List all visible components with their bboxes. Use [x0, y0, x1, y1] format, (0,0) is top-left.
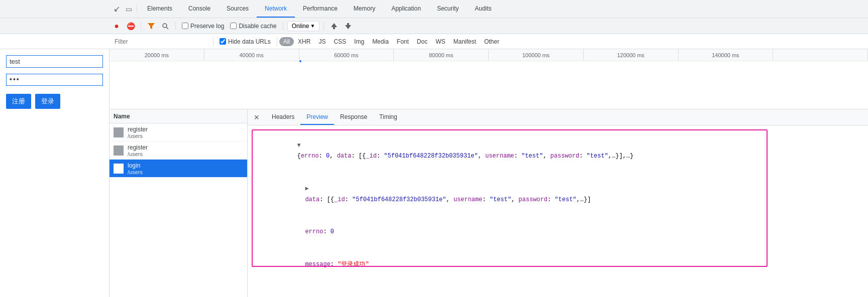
request-info-3: login /users: [128, 162, 143, 175]
download-button[interactable]: [342, 20, 354, 32]
tick-8: [773, 49, 868, 61]
filter-input[interactable]: [111, 36, 211, 47]
details-tab-bar: ✕ Headers Preview Response Timing: [248, 109, 868, 125]
network-panel: 20000 ms 40000 ms 60000 ms 80000 ms 1000…: [110, 49, 868, 297]
disable-cache-label[interactable]: Disable cache: [228, 23, 278, 30]
expand-icon-1[interactable]: ▼: [297, 142, 300, 149]
tab-preview[interactable]: Preview: [300, 109, 334, 125]
svg-marker-3: [331, 23, 337, 29]
svg-line-2: [166, 27, 168, 29]
tick-4: 80000 ms: [394, 49, 489, 61]
tab-timing[interactable]: Timing: [373, 109, 403, 125]
tab-response[interactable]: Response: [334, 109, 373, 125]
tab-security[interactable]: Security: [429, 0, 467, 18]
hide-data-urls-checkbox[interactable]: [220, 38, 226, 45]
toolbar-separator-3: [283, 22, 283, 30]
filter-bar: Hide data URLs All XHR JS CSS Img Media …: [0, 34, 868, 49]
close-panel-button[interactable]: ✕: [252, 112, 262, 122]
svg-point-1: [163, 24, 167, 28]
hide-data-urls-label[interactable]: Hide data URLs: [215, 38, 275, 45]
table-row[interactable]: register /users: [110, 123, 247, 141]
filter-doc[interactable]: Doc: [413, 37, 431, 46]
disable-cache-checkbox[interactable]: [230, 23, 237, 29]
preserve-log-checkbox[interactable]: [182, 23, 188, 29]
timeline-event-dot: [299, 60, 301, 62]
request-info-2: register /users: [128, 144, 148, 157]
tab-application[interactable]: Application: [383, 0, 429, 18]
tab-network[interactable]: Network: [257, 0, 295, 18]
request-name-2: register: [128, 144, 148, 151]
record-button[interactable]: ●: [111, 20, 123, 32]
search-button[interactable]: [159, 20, 171, 32]
json-line-3: errno: 0: [254, 216, 862, 249]
tab-memory[interactable]: Memory: [346, 0, 383, 18]
requests-header: Name: [110, 109, 247, 123]
devtools-tab-bar: ↙ ▭ Elements Console Sources Network Per…: [0, 0, 868, 18]
tick-2: 40000 ms: [204, 49, 299, 61]
tab-sources[interactable]: Sources: [219, 0, 257, 18]
network-throttle-dropdown[interactable]: Online ▼: [287, 21, 320, 31]
json-line-4: message: "登录成功": [254, 249, 862, 281]
tab-audits[interactable]: Audits: [467, 0, 499, 18]
request-icon-2: [114, 145, 124, 156]
filter-ws[interactable]: WS: [431, 37, 449, 46]
toolbar-separator-4: [323, 22, 324, 30]
chevron-down-icon: ▼: [310, 23, 315, 29]
expand-icon-2[interactable]: ▶: [305, 185, 308, 192]
filter-font[interactable]: Font: [393, 37, 413, 46]
request-info-1: register /users: [128, 126, 148, 139]
filter-all[interactable]: All: [279, 37, 294, 46]
tick-7: 140000 ms: [679, 49, 774, 61]
request-name-3: login: [128, 162, 143, 169]
tab-console[interactable]: Console: [180, 0, 219, 18]
username-input[interactable]: [6, 55, 103, 68]
request-icon-3: [114, 164, 124, 174]
preserve-log-label[interactable]: Preserve log: [180, 23, 226, 30]
stop-button[interactable]: ⛔: [125, 20, 137, 32]
tick-1: 20000 ms: [110, 49, 204, 61]
main-content: 注册 登录 20000 ms 40000 ms 60000 ms 80000 m…: [0, 49, 868, 297]
register-button[interactable]: 注册: [6, 94, 31, 109]
filter-separator-2: [277, 37, 277, 46]
device-icon[interactable]: ▭: [123, 3, 135, 15]
tick-5: 100000 ms: [489, 49, 584, 61]
request-path-3: /users: [128, 169, 143, 175]
toolbar-separator-2: [175, 22, 176, 30]
request-path-1: /users: [128, 133, 148, 139]
filter-manifest[interactable]: Manifest: [450, 37, 480, 46]
cursor-icon[interactable]: ↙: [111, 3, 123, 15]
filter-img[interactable]: Img: [350, 37, 368, 46]
upload-button[interactable]: [328, 20, 340, 32]
filter-xhr[interactable]: XHR: [294, 37, 314, 46]
webpage-panel: 注册 登录: [0, 49, 110, 297]
preview-content: ▼ {errno: 0, data: [{_id: "5f041bf648228…: [248, 125, 868, 297]
svg-marker-4: [345, 23, 351, 29]
tick-3: 60000 ms: [299, 49, 394, 61]
tab-elements[interactable]: Elements: [139, 0, 180, 18]
filter-other[interactable]: Other: [480, 37, 503, 46]
table-row[interactable]: login /users: [110, 160, 247, 178]
filter-css[interactable]: CSS: [330, 37, 350, 46]
timeline-area: 20000 ms 40000 ms 60000 ms 80000 ms 1000…: [110, 49, 868, 109]
webpage-buttons: 注册 登录: [6, 94, 103, 109]
filter-button[interactable]: [145, 20, 157, 32]
requests-panel: Name register /users register /users: [110, 109, 868, 297]
json-line-2: ▶ data: [{_id: "5f041bf648228f32b035931e…: [254, 173, 862, 216]
password-input[interactable]: [6, 74, 103, 86]
network-toolbar: ● ⛔ Preserve log Disable cache Online ▼: [0, 18, 868, 34]
request-path-2: /users: [128, 151, 148, 157]
svg-marker-0: [148, 23, 155, 29]
request-name-1: register: [128, 126, 148, 133]
tab-performance[interactable]: Performance: [295, 0, 346, 18]
filter-media[interactable]: Media: [368, 37, 393, 46]
login-button[interactable]: 登录: [35, 94, 60, 109]
filter-js[interactable]: JS: [314, 37, 330, 46]
details-panel: ✕ Headers Preview Response Timing ▼ {err…: [248, 109, 868, 297]
toolbar-separator-1: [141, 22, 141, 30]
tab-headers[interactable]: Headers: [266, 109, 300, 125]
request-icon-1: [114, 127, 124, 137]
requests-list: Name register /users register /users: [110, 109, 248, 297]
name-column-header: Name: [114, 113, 130, 120]
table-row[interactable]: register /users: [110, 141, 247, 160]
json-line-1: ▼ {errno: 0, data: [{_id: "5f041bf648228…: [254, 129, 862, 173]
